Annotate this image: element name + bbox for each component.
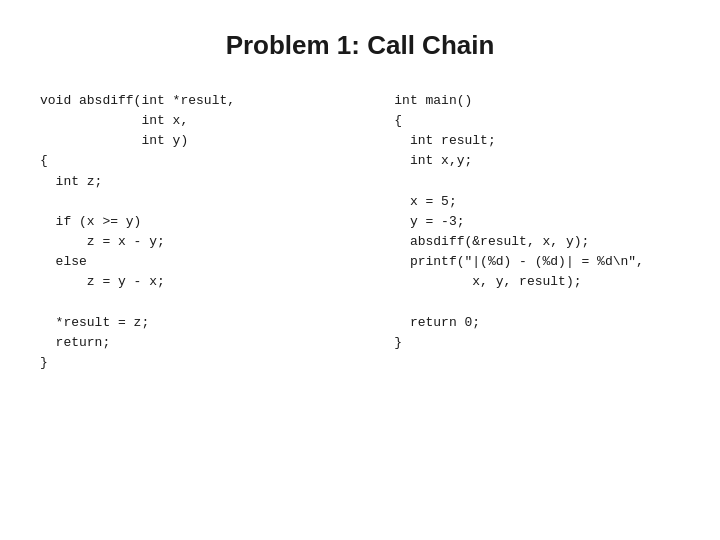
code-block-right: int main() { int result; int x,y; x = 5;… — [394, 91, 680, 353]
page-title: Problem 1: Call Chain — [226, 30, 495, 61]
page-container: Problem 1: Call Chain void absdiff(int *… — [0, 0, 720, 540]
code-columns: void absdiff(int *result, int x, int y) … — [40, 91, 680, 373]
code-block-left: void absdiff(int *result, int x, int y) … — [40, 91, 354, 373]
